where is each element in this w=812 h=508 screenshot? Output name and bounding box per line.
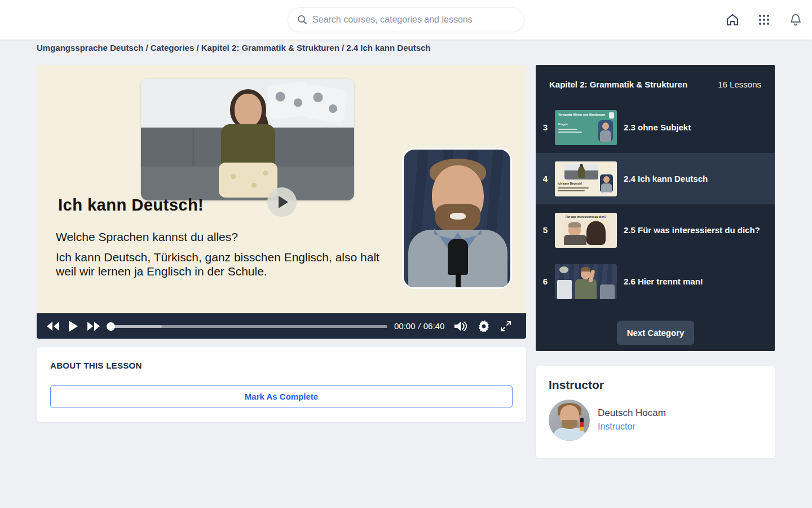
- lesson-title: 2.3 ohne Subjekt: [624, 122, 691, 132]
- playlist-header: Kapitel 2: Grammatik & Strukturen 16 Les…: [536, 65, 775, 102]
- instructor-name: Deutsch Hocam: [598, 408, 666, 419]
- time-separator: /: [416, 321, 423, 331]
- playlist-item-2-6[interactable]: 6 2.6 Hier trennt man!: [536, 256, 775, 307]
- subtitle-line-2: Ich kann Deutsch, Türkisch, ganz bissche…: [56, 250, 394, 278]
- lesson-count: 16 Lessons: [718, 80, 761, 89]
- time-display: 00:00/06:40: [394, 321, 444, 331]
- fullscreen-icon[interactable]: [500, 320, 512, 332]
- about-heading: ABOUT THIS LESSON: [50, 361, 142, 370]
- video-title-text: Ich kann Deutsch!: [58, 196, 204, 214]
- lesson-number: 4: [536, 174, 555, 183]
- play-button[interactable]: [67, 320, 78, 332]
- search-icon: [297, 15, 307, 25]
- progress-buffered: [108, 325, 162, 328]
- lesson-thumbnail: [555, 264, 617, 299]
- thumb-teacher: [599, 174, 614, 193]
- notepad-icon: [609, 112, 614, 119]
- volume-icon[interactable]: [453, 320, 468, 332]
- playlist-item-2-4-active[interactable]: 4 Ich kann Deutsch! 2.4 Ich kann Deutsch: [536, 153, 775, 204]
- subtitle-line-1: Welche Sprachen kannst du alles?: [56, 230, 238, 244]
- current-time: 00:00: [394, 321, 416, 331]
- lesson-thumbnail: Ich kann Deutsch!: [555, 161, 617, 196]
- about-lesson-card: ABOUT THIS LESSON Mark As Complete: [37, 347, 526, 422]
- apps-grid-icon[interactable]: [757, 12, 771, 27]
- duration: 06:40: [423, 321, 445, 331]
- instructor-heading: Instructor: [549, 378, 604, 392]
- german-flag-icon: [580, 418, 584, 431]
- search-box[interactable]: [288, 7, 524, 32]
- thumb-teacher: [598, 120, 613, 142]
- lesson-thumbnail: Für was interessierst du dich?: [555, 213, 617, 248]
- course-lesson-page: Umgangssprache Deutsch / Categories / Ka…: [0, 0, 812, 508]
- next-category-button[interactable]: Next Category: [617, 321, 694, 345]
- search-input[interactable]: [312, 15, 515, 25]
- lesson-title: 2.5 Für was interessierst du dich?: [624, 225, 760, 235]
- topbar-icons: [725, 0, 803, 40]
- play-overlay-button[interactable]: [267, 187, 297, 217]
- video-player[interactable]: Ich kann Deutsch! Welche Sprachen kannst…: [37, 65, 526, 339]
- thumb-title: Verwandte Wörter und Wendungen: [558, 113, 605, 116]
- chapter-playlist: Kapitel 2: Grammatik & Strukturen 16 Les…: [536, 65, 775, 351]
- rewind-button[interactable]: [46, 321, 60, 332]
- playlist-item-2-5[interactable]: 5 Für was interessierst du dich? 2.5 Für…: [536, 204, 775, 256]
- instructor-card: Instructor Deutsch Hocam Instructor: [536, 366, 775, 458]
- fast-forward-button[interactable]: [86, 321, 101, 332]
- home-icon[interactable]: [725, 12, 740, 27]
- progress-knob[interactable]: [107, 322, 115, 331]
- lesson-thumbnail: Verwandte Wörter und Wendungen Fragen:: [555, 110, 617, 145]
- video-controls-bar: 00:00/06:40: [37, 313, 526, 339]
- video-stage: Ich kann Deutsch! Welche Sprachen kannst…: [37, 65, 526, 313]
- lesson-number: 5: [536, 225, 555, 235]
- lesson-title: 2.4 Ich kann Deutsch: [624, 174, 708, 183]
- lesson-number: 3: [536, 122, 555, 132]
- chapter-title: Kapitel 2: Grammatik & Strukturen: [549, 80, 687, 89]
- thumb-line: Fragen:: [558, 122, 568, 126]
- lesson-number: 6: [536, 277, 555, 286]
- instructor-avatar: [549, 400, 590, 441]
- settings-gear-icon[interactable]: [477, 319, 491, 333]
- breadcrumb[interactable]: Umgangssprache Deutsch / Categories / Ka…: [37, 43, 431, 52]
- thumb-title: Für was interessierst du dich?: [555, 215, 617, 218]
- progress-bar[interactable]: [108, 321, 387, 332]
- instructor-role-link[interactable]: Instructor: [598, 422, 636, 432]
- thumb-title: Ich kann Deutsch!: [558, 182, 582, 185]
- thumb-girl-clip: [564, 164, 598, 179]
- thumb-woman: [586, 221, 606, 245]
- play-icon: [279, 196, 288, 208]
- lesson-title: 2.6 Hier trennt man!: [624, 277, 703, 286]
- playlist-item-2-3[interactable]: 3 Verwandte Wörter und Wendungen Fragen:…: [536, 102, 775, 153]
- bell-icon[interactable]: [788, 12, 803, 27]
- mark-as-complete-button[interactable]: Mark As Complete: [50, 385, 513, 408]
- topbar: [0, 0, 812, 40]
